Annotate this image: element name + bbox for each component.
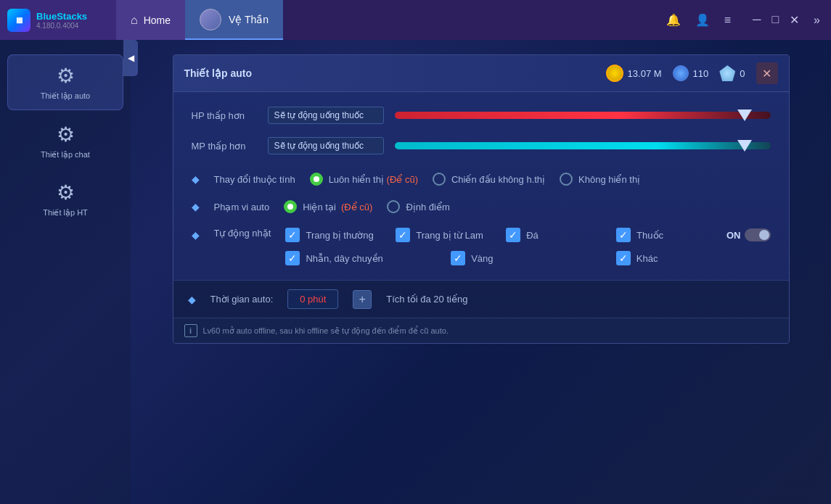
notification-icon[interactable]: 🔔 [666,13,681,27]
bs-text: BlueStacks 4.180.0.4004 [36,11,87,30]
tab-game[interactable]: Vệ Thần [185,0,283,40]
sidebar-item-thiet-lap-chat[interactable]: ⚙ Thiết lập chat [7,114,123,168]
radio-khong-hien-thi [560,173,573,186]
check-icon-6: ✓ [451,251,465,265]
toggle-switch[interactable] [745,228,771,241]
checkbox-label-2: Trang bị từ Lam [416,230,483,241]
checkbox-label-7: Khác [636,253,658,264]
checkbox-vang[interactable]: ✓ Vàng [451,251,605,265]
footer-section: ◆ Thời gian auto: 0 phút + Tích tối đa 2… [173,280,789,318]
range-option-hien-tai[interactable]: Hiện tại (Để cũ) [284,200,372,213]
menu-icon[interactable]: ≡ [724,14,731,27]
window-controls: ─ □ ✕ [745,13,799,27]
window-close-button[interactable]: ✕ [790,13,799,27]
checkbox-label-4: Thuốc [636,230,663,241]
dialog-close-button[interactable]: ✕ [756,62,778,84]
header-stats: 13.07 M 110 0 [606,65,745,82]
toggle-label: ON [726,230,741,241]
checkbox-section: ✓ Trang bị thường ✓ Trang bị từ Lam ✓ Đá [285,228,770,265]
checkbox-da[interactable]: ✓ Đá [506,228,605,242]
radio-luon-hien-thi-label: Luôn hiển thị (Để cũ) [329,174,418,185]
main-content: Thiết lập auto 13.07 M 110 0 ✕ [131,40,831,504]
dialog-title: Thiết lập auto [184,67,252,79]
range-radio-group: Hiện tại (Để cũ) Định điểm [284,200,450,213]
checkbox-trang-bi-thuong[interactable]: ✓ Trang bị thường [285,228,385,242]
checkbox-trang-bi-tu-lam[interactable]: ✓ Trang bị từ Lam [396,228,495,242]
diamond-icon-attr: ◆ [192,173,200,185]
auto-collect-row: ◆ Tự động nhặt ✓ Trang bị thường ✓ Trang… [192,228,771,265]
auto-collect-label: Tự động nhặt [214,228,271,239]
sidebar-item-thiet-lap-auto[interactable]: ⚙ Thiết lập auto [7,54,123,110]
stat-crystal: 0 [719,65,745,81]
attr-option-chien-dau[interactable]: Chiến đấu không h.thị [433,173,545,186]
gear-icon-auto: ⚙ [57,64,75,88]
settings-dialog: Thiết lập auto 13.07 M 110 0 ✕ [173,54,790,344]
restore-button[interactable]: □ [771,13,779,27]
account-icon[interactable]: 👤 [695,13,710,27]
radio-hien-tai [284,200,297,213]
hp-label: HP thấp hơn [192,110,257,121]
mp-slider-thumb [737,140,752,152]
attribute-row: ◆ Thay đổi thuộc tính Luôn hiển thị (Để … [192,173,771,186]
crystal-icon [719,65,735,81]
minimize-button[interactable]: ─ [753,13,761,27]
radio-hien-tai-label: Hiện tại (Để cũ) [303,202,372,212]
time-input[interactable]: 0 phút [287,289,338,309]
blue-icon [673,65,689,81]
close-icon: ✕ [762,67,771,80]
titlebar: ▦ BlueStacks 4.180.0.4004 ⌂ Home Vệ Thần… [0,0,831,40]
attribute-label: Thay đổi thuộc tính [214,174,295,185]
game-avatar [200,9,221,30]
sidebar: ⚙ Thiết lập auto ⚙ Thiết lập chat ⚙ Thiế… [0,40,131,504]
checkbox-khac[interactable]: ✓ Khác [616,251,771,265]
radio-khong-hien-thi-label: Không hiển thị [578,174,640,185]
attr-option-khong-hien-thi[interactable]: Không hiển thị [560,173,640,186]
info-text: Lv60 mở auto offline, sau khi offline sẽ… [203,326,449,336]
hp-slider-thumb [737,110,752,121]
sidebar-label-auto: Thiết lập auto [41,91,90,101]
blue-value: 110 [693,68,709,79]
gear-icon-ht: ⚙ [57,181,75,205]
mp-slider-container[interactable] [395,140,771,152]
toggle-on[interactable]: ON [726,228,771,241]
mp-label: MP thấp hơn [192,141,257,152]
sidebar-label-chat: Thiết lập chat [41,150,90,160]
stat-blue: 110 [673,65,709,81]
sidebar-item-thiet-lap-ht[interactable]: ⚙ Thiết lập HT [7,172,123,226]
diamond-icon-range: ◆ [192,201,200,212]
checkbox-row-2: ✓ Nhẫn, dây chuyền ✓ Vàng ✓ Khác [285,251,770,265]
radio-chien-dau-label: Chiến đấu không h.thị [451,174,545,185]
diamond-icon-collect: ◆ [192,229,200,241]
tab-home[interactable]: ⌂ Home [116,0,185,40]
checkbox-label-3: Đá [526,230,539,241]
expand-icon[interactable]: » [814,14,820,27]
sidebar-collapse-arrow[interactable]: ◀ [123,40,138,76]
range-option-dinh-diem[interactable]: Định điểm [387,200,449,213]
check-icon-5: ✓ [285,251,300,265]
mp-slider-row: MP thấp hơn Sẽ tự động uống thuốc [192,137,771,154]
checkbox-nhan-day-chuyen[interactable]: ✓ Nhẫn, dây chuyền [285,251,440,265]
info-icon: i [184,324,197,337]
hp-slider-container[interactable] [395,110,771,121]
bs-version: 4.180.0.4004 [36,22,87,30]
checkbox-label-1: Trang bị thường [306,230,373,241]
check-icon-1: ✓ [285,228,300,242]
attr-option-luon-hien-thi[interactable]: Luôn hiển thị (Để cũ) [310,173,418,186]
bs-name: BlueStacks [36,11,87,22]
radio-dinh-diem-label: Định điểm [406,202,449,212]
check-icon-2: ✓ [396,228,410,242]
titlebar-controls: 🔔 👤 ≡ ─ □ ✕ » [666,13,831,27]
checkbox-row-1: ✓ Trang bị thường ✓ Trang bị từ Lam ✓ Đá [285,228,770,242]
mp-input[interactable]: Sẽ tự động uống thuốc [268,137,384,154]
tab-game-label: Vệ Thần [229,14,269,25]
hp-input[interactable]: Sẽ tự động uống thuốc [268,107,384,124]
check-icon-7: ✓ [616,251,631,265]
check-icon-4: ✓ [616,228,631,242]
checkbox-thuoc[interactable]: ✓ Thuốc [616,228,716,242]
time-plus-button[interactable]: + [353,290,372,309]
range-label: Phạm vi auto [214,202,270,212]
bs-icon: ▦ [7,9,30,32]
time-label: Thời gian auto: [210,294,274,305]
slider-section: HP thấp hơn Sẽ tự động uống thuốc MP thấ… [192,107,771,154]
hp-slider-row: HP thấp hơn Sẽ tự động uống thuốc [192,107,771,124]
